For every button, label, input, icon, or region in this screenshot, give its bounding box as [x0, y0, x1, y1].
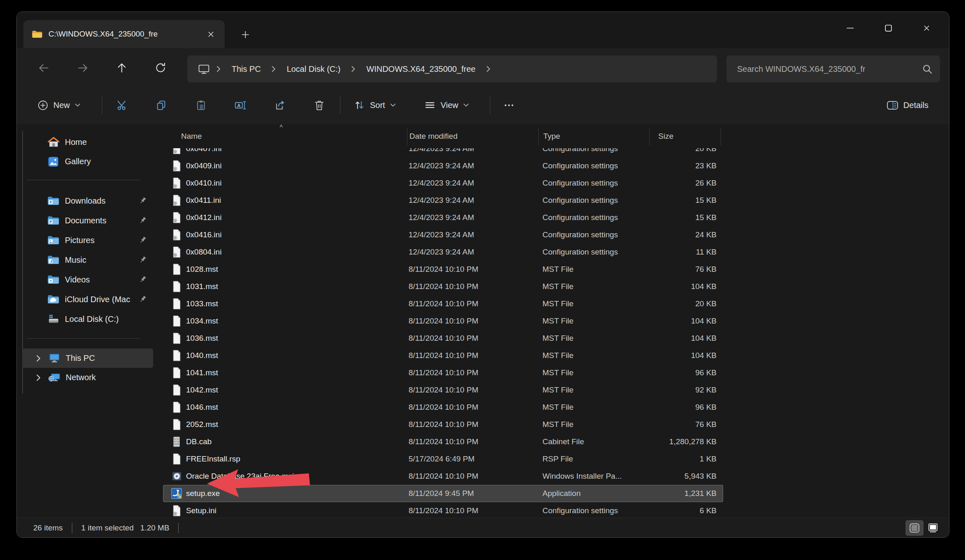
file-size: 76 KB	[623, 416, 717, 433]
file-row-setup-ini[interactable]: Setup.ini8/11/2024 10:10 PMConfiguration…	[163, 502, 723, 518]
file-row-2052-mst[interactable]: 2052.mst8/11/2024 10:10 PMMST File76 KB	[163, 416, 723, 433]
breadcrumb-segment-this-pc[interactable]: This PC	[227, 62, 265, 76]
column-divider[interactable]	[538, 128, 539, 145]
paste-button[interactable]	[189, 94, 213, 117]
new-button[interactable]: New	[32, 94, 86, 117]
mst-file-icon	[170, 384, 183, 396]
tab-band: C:\WINDOWS.X64_235000_fre	[17, 12, 949, 48]
file-row-1031-mst[interactable]: 1031.mst8/11/2024 10:10 PMMST File104 KB	[163, 278, 723, 295]
column-divider[interactable]	[649, 128, 650, 145]
toolbar-separator	[490, 96, 490, 114]
explorer-tab[interactable]: C:\WINDOWS.X64_235000_fre	[23, 20, 225, 48]
folder-pictures-icon	[46, 235, 61, 246]
file-date-modified: 8/11/2024 10:10 PM	[409, 399, 478, 416]
breadcrumb-segment-windows-x64-235000-free[interactable]: WINDOWS.X64_235000_free	[362, 62, 480, 76]
search-box[interactable]	[726, 55, 940, 83]
file-row-0x0410-ini[interactable]: 0x0410.ini12/4/2023 9:24 AMConfiguration…	[163, 174, 723, 192]
new-plus-icon	[37, 100, 48, 111]
toolbar-separator	[340, 96, 340, 114]
column-header-size[interactable]: Size	[658, 124, 673, 148]
sidebar-item-documents[interactable]: Documents	[22, 211, 153, 230]
column-header-type[interactable]: Type	[543, 124, 560, 148]
share-button[interactable]	[268, 94, 292, 117]
sidebar-divider	[27, 338, 140, 339]
file-row-0x0412-ini[interactable]: 0x0412.ini12/4/2023 9:24 AMConfiguration…	[163, 209, 723, 226]
maximize-button[interactable]	[875, 18, 901, 38]
sidebar-item-home[interactable]: Home	[22, 133, 153, 152]
new-tab-button[interactable]	[236, 27, 254, 42]
file-row-1033-mst[interactable]: 1033.mst8/11/2024 10:10 PMMST File20 KB	[163, 295, 723, 312]
chevron-expand-icon[interactable]	[32, 354, 44, 363]
file-row-1040-mst[interactable]: 1040.mst8/11/2024 10:10 PMMST File104 KB	[163, 347, 723, 364]
file-date-modified: 8/11/2024 10:10 PM	[409, 416, 478, 433]
sidebar-item-pictures[interactable]: Pictures	[22, 230, 153, 250]
column-divider[interactable]	[407, 128, 407, 145]
file-row-1042-mst[interactable]: 1042.mst8/11/2024 10:10 PMMST File92 KB	[163, 381, 723, 399]
sidebar-item-videos[interactable]: Videos	[22, 270, 153, 289]
large-icons-view-toggle[interactable]	[924, 520, 942, 536]
details-pane-button[interactable]: Details	[881, 94, 934, 117]
sidebar-item-music[interactable]: Music	[22, 250, 153, 270]
search-input[interactable]	[736, 64, 922, 74]
file-row-1046-mst[interactable]: 1046.mst8/11/2024 10:10 PMMST File96 KB	[163, 399, 723, 416]
rename-button[interactable]: A	[228, 94, 252, 117]
view-button[interactable]: View	[418, 94, 475, 117]
file-size: 76 KB	[623, 261, 717, 278]
sidebar-group-top: HomeGallery	[17, 133, 158, 171]
sidebar-item-downloads[interactable]: Downloads	[22, 191, 153, 211]
file-row-db-cab[interactable]: DB.cab8/11/2024 10:10 PMCabinet File1,28…	[163, 433, 723, 450]
tab-close-button[interactable]	[203, 27, 218, 41]
breadcrumb-items: This PCLocal Disk (C:)WINDOWS.X64_235000…	[215, 62, 492, 76]
sidebar-item-icloud-drive-mac[interactable]: iCloud Drive (Mac	[22, 289, 153, 309]
column-divider[interactable]	[721, 128, 721, 145]
file-row-freeinstall-rsp[interactable]: FREEInstall.rsp5/17/2024 6:49 PMRSP File…	[163, 450, 723, 468]
sidebar-item-local-disk-c[interactable]: Local Disk (C:)	[22, 309, 153, 329]
cut-button[interactable]	[110, 94, 134, 117]
sidebar-item-network[interactable]: Network	[22, 368, 153, 387]
more-options-button[interactable]	[496, 94, 521, 117]
file-date-modified: 12/4/2023 9:24 AM	[409, 192, 474, 209]
breadcrumb[interactable]: This PCLocal Disk (C:)WINDOWS.X64_235000…	[187, 55, 717, 83]
file-row-1041-mst[interactable]: 1041.mst8/11/2024 10:10 PMMST File96 KB	[163, 364, 723, 381]
breadcrumb-chevron-icon	[215, 65, 223, 73]
minimize-button[interactable]	[837, 18, 863, 38]
sidebar-item-label: Local Disk (C:)	[65, 314, 153, 324]
sidebar-item-this-pc[interactable]: This PC	[22, 349, 153, 368]
delete-button[interactable]	[307, 94, 331, 117]
file-row-0x0409-ini[interactable]: 0x0409.ini12/4/2023 9:24 AMConfiguration…	[163, 157, 723, 174]
ini-file-icon	[170, 212, 183, 224]
details-view-toggle[interactable]	[905, 520, 924, 536]
refresh-button[interactable]	[150, 59, 171, 77]
file-date-modified: 5/17/2024 6:49 PM	[409, 450, 475, 468]
home-icon	[46, 136, 61, 149]
file-size: 104 KB	[623, 312, 717, 330]
file-row-1034-mst[interactable]: 1034.mst8/11/2024 10:10 PMMST File104 KB	[163, 312, 723, 330]
column-header-name[interactable]: Name	[181, 124, 202, 148]
file-name: 0x0410.ini	[186, 174, 222, 192]
status-divider	[178, 523, 179, 533]
file-row-1028-mst[interactable]: 1028.mst8/11/2024 10:10 PMMST File76 KB	[163, 261, 723, 278]
file-name: 1036.mst	[186, 330, 218, 347]
file-row-0x0407-ini[interactable]: 0x0407.ini12/4/2023 9:24 AMConfiguration…	[163, 148, 723, 157]
pin-icon	[138, 255, 147, 265]
file-name: 1028.mst	[186, 261, 218, 278]
file-row-0x0411-ini[interactable]: 0x0411.ini12/4/2023 9:24 AMConfiguration…	[163, 192, 723, 209]
file-row-0x0804-ini[interactable]: 0x0804.ini12/4/2023 9:24 AMConfiguration…	[163, 243, 723, 261]
file-row-1036-mst[interactable]: 1036.mst8/11/2024 10:10 PMMST File104 KB	[163, 330, 723, 347]
file-name: 0x0409.ini	[186, 157, 222, 174]
file-row-0x0416-ini[interactable]: 0x0416.ini12/4/2023 9:24 AMConfiguration…	[163, 226, 723, 243]
back-button[interactable]	[33, 59, 54, 77]
sidebar-item-gallery[interactable]: Gallery	[22, 152, 153, 171]
close-button[interactable]	[913, 18, 940, 38]
file-name: 1040.mst	[186, 347, 218, 364]
desktop: C:\WINDOWS.X64_235000_fre This PCLocal D…	[0, 0, 965, 560]
toolbar-separator	[102, 96, 102, 114]
column-header-date-modified[interactable]: Date modified	[409, 124, 457, 148]
up-button[interactable]	[111, 59, 132, 77]
copy-button[interactable]	[149, 94, 173, 117]
chevron-expand-icon[interactable]	[32, 374, 44, 382]
forward-button[interactable]	[72, 59, 93, 77]
sort-button[interactable]: Sort	[348, 94, 402, 117]
exe-file-icon	[170, 488, 183, 499]
breadcrumb-segment-local-disk-c[interactable]: Local Disk (C:)	[283, 62, 345, 76]
